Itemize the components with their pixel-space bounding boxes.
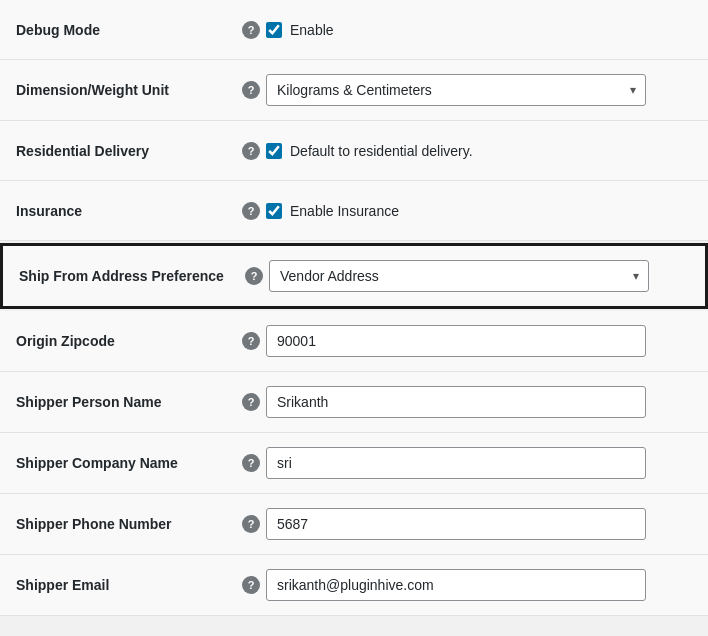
label-insurance: Insurance — [16, 203, 236, 219]
checkbox-label-residential-delivery[interactable]: Default to residential delivery. — [266, 143, 473, 159]
text-input-shipper-company-name[interactable] — [266, 447, 646, 479]
control-dimension-weight-unit: Kilograms & CentimetersPounds & Inches▾ — [266, 74, 692, 106]
control-shipper-company-name — [266, 447, 692, 479]
help-icon-residential-delivery[interactable]: ? — [242, 142, 260, 160]
row-ship-from-address: Ship From Address Preference?Vendor Addr… — [0, 243, 708, 309]
checkbox-label-insurance[interactable]: Enable Insurance — [266, 203, 399, 219]
row-insurance: Insurance?Enable Insurance — [0, 181, 708, 241]
help-col-residential-delivery: ? — [236, 142, 266, 160]
label-shipper-person-name: Shipper Person Name — [16, 394, 236, 410]
help-col-insurance: ? — [236, 202, 266, 220]
help-icon-debug-mode[interactable]: ? — [242, 21, 260, 39]
help-col-dimension-weight-unit: ? — [236, 81, 266, 99]
select-wrapper-dimension-weight-unit: Kilograms & CentimetersPounds & Inches▾ — [266, 74, 646, 106]
control-insurance: Enable Insurance — [266, 203, 692, 219]
label-ship-from-address: Ship From Address Preference — [19, 268, 239, 284]
row-shipper-person-name: Shipper Person Name? — [0, 372, 708, 433]
label-origin-zipcode: Origin Zipcode — [16, 333, 236, 349]
help-icon-dimension-weight-unit[interactable]: ? — [242, 81, 260, 99]
help-col-debug-mode: ? — [236, 21, 266, 39]
control-debug-mode: Enable — [266, 22, 692, 38]
help-icon-insurance[interactable]: ? — [242, 202, 260, 220]
label-debug-mode: Debug Mode — [16, 22, 236, 38]
help-col-shipper-person-name: ? — [236, 393, 266, 411]
label-residential-delivery: Residential Delivery — [16, 143, 236, 159]
help-col-shipper-email: ? — [236, 576, 266, 594]
control-origin-zipcode — [266, 325, 692, 357]
help-icon-shipper-email[interactable]: ? — [242, 576, 260, 594]
help-col-shipper-company-name: ? — [236, 454, 266, 472]
control-shipper-email — [266, 569, 692, 601]
checkbox-label-debug-mode[interactable]: Enable — [266, 22, 334, 38]
row-debug-mode: Debug Mode?Enable — [0, 0, 708, 60]
help-icon-origin-zipcode[interactable]: ? — [242, 332, 260, 350]
row-dimension-weight-unit: Dimension/Weight Unit?Kilograms & Centim… — [0, 60, 708, 121]
control-ship-from-address: Vendor AddressStore Address▾ — [269, 260, 689, 292]
row-origin-zipcode: Origin Zipcode? — [0, 311, 708, 372]
text-input-shipper-email[interactable] — [266, 569, 646, 601]
control-shipper-person-name — [266, 386, 692, 418]
checkbox-insurance[interactable] — [266, 203, 282, 219]
control-residential-delivery: Default to residential delivery. — [266, 143, 692, 159]
checkbox-debug-mode[interactable] — [266, 22, 282, 38]
text-input-shipper-phone-number[interactable] — [266, 508, 646, 540]
checkbox-text-residential-delivery: Default to residential delivery. — [290, 143, 473, 159]
help-col-origin-zipcode: ? — [236, 332, 266, 350]
settings-table: Debug Mode?EnableDimension/Weight Unit?K… — [0, 0, 708, 616]
help-col-ship-from-address: ? — [239, 267, 269, 285]
label-shipper-company-name: Shipper Company Name — [16, 455, 236, 471]
row-shipper-company-name: Shipper Company Name? — [0, 433, 708, 494]
checkbox-residential-delivery[interactable] — [266, 143, 282, 159]
help-icon-shipper-phone-number[interactable]: ? — [242, 515, 260, 533]
label-dimension-weight-unit: Dimension/Weight Unit — [16, 82, 236, 98]
row-shipper-email: Shipper Email? — [0, 555, 708, 616]
select-dimension-weight-unit[interactable]: Kilograms & CentimetersPounds & Inches — [266, 74, 646, 106]
help-col-shipper-phone-number: ? — [236, 515, 266, 533]
help-icon-shipper-company-name[interactable]: ? — [242, 454, 260, 472]
label-shipper-email: Shipper Email — [16, 577, 236, 593]
select-wrapper-ship-from-address: Vendor AddressStore Address▾ — [269, 260, 649, 292]
checkbox-text-insurance: Enable Insurance — [290, 203, 399, 219]
checkbox-text-debug-mode: Enable — [290, 22, 334, 38]
control-shipper-phone-number — [266, 508, 692, 540]
help-icon-ship-from-address[interactable]: ? — [245, 267, 263, 285]
help-icon-shipper-person-name[interactable]: ? — [242, 393, 260, 411]
row-shipper-phone-number: Shipper Phone Number? — [0, 494, 708, 555]
text-input-origin-zipcode[interactable] — [266, 325, 646, 357]
select-ship-from-address[interactable]: Vendor AddressStore Address — [269, 260, 649, 292]
label-shipper-phone-number: Shipper Phone Number — [16, 516, 236, 532]
row-residential-delivery: Residential Delivery?Default to resident… — [0, 121, 708, 181]
text-input-shipper-person-name[interactable] — [266, 386, 646, 418]
